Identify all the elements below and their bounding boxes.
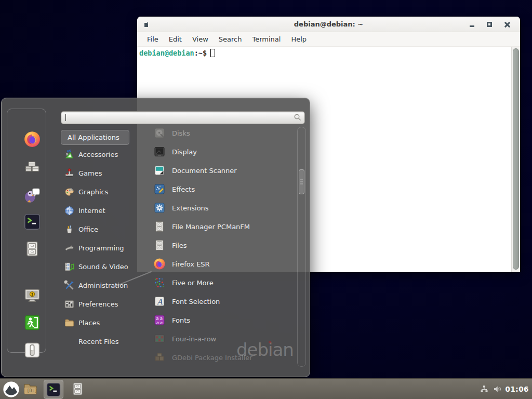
graphics-icon — [64, 187, 75, 197]
files-launcher[interactable] — [70, 381, 86, 397]
programming-icon — [64, 243, 75, 254]
volume-icon[interactable] — [493, 384, 502, 394]
font-selection-icon — [153, 295, 166, 308]
window-menu-icon[interactable] — [144, 22, 149, 27]
terminal-titlebar[interactable]: debian@debian: ~ — [137, 17, 520, 32]
effects-icon — [153, 183, 166, 195]
search-caret — [65, 114, 66, 121]
terminal-scrollbar[interactable] — [511, 47, 520, 272]
administration-icon — [64, 280, 75, 291]
favorite-file-manager[interactable] — [23, 240, 41, 258]
file-cabinet-icon — [70, 381, 85, 396]
category-preferences[interactable]: Preferences — [61, 296, 143, 312]
app-extensions[interactable]: Extensions — [149, 200, 296, 216]
menu-file[interactable]: File — [142, 35, 164, 43]
terminal-scrollbar-thumb[interactable] — [513, 48, 519, 270]
menu-search[interactable]: Search — [214, 35, 247, 43]
category-internet[interactable]: Internet — [61, 203, 143, 218]
extensions-icon — [153, 202, 166, 214]
category-graphics[interactable]: Graphics — [61, 184, 143, 200]
file-manager-launcher[interactable] — [22, 381, 38, 397]
menu-terminal[interactable]: Terminal — [247, 35, 286, 43]
file-cabinet-icon — [153, 239, 166, 251]
places-icon — [64, 317, 75, 328]
desktop: debian@debian: ~ File Edit View Search T… — [0, 0, 532, 399]
favorite-software-manager[interactable] — [23, 158, 41, 176]
display-icon — [153, 145, 166, 158]
prompt-suffix: :~$ — [194, 49, 207, 57]
folder-icon — [22, 381, 38, 397]
menu-button[interactable] — [3, 381, 20, 398]
window-controls — [466, 17, 513, 32]
terminal-icon — [46, 382, 61, 397]
favorite-shutdown[interactable] — [23, 341, 41, 359]
disks-icon — [153, 127, 166, 139]
category-accessories[interactable]: Accessories — [61, 147, 143, 162]
gdebi-icon — [153, 351, 166, 364]
app-font-selection[interactable]: Font Selection — [149, 293, 296, 310]
four-in-a-row-icon — [153, 332, 166, 345]
debian-watermark: debian — [236, 339, 294, 360]
app-fonts[interactable]: Fonts — [149, 312, 296, 328]
fonts-icon — [153, 314, 166, 326]
close-button[interactable] — [501, 19, 513, 30]
app-disks[interactable]: Disks — [149, 125, 296, 141]
file-manager-icon — [23, 240, 41, 258]
network-icon[interactable] — [480, 384, 489, 394]
category-recent-files[interactable]: Recent Files — [61, 334, 143, 349]
category-sound-video[interactable]: Sound & Video — [61, 259, 143, 274]
software-manager-icon — [23, 158, 41, 176]
menu-scrollbar[interactable] — [297, 127, 306, 367]
menu-view[interactable]: View — [187, 35, 214, 43]
terminal-menubar: File Edit View Search Terminal Help — [137, 32, 520, 47]
clock[interactable]: 01:06 — [506, 385, 529, 393]
document-scanner-icon — [153, 164, 166, 177]
preferences-icon — [64, 299, 75, 310]
app-file-manager-pcmanfm[interactable]: File Manager PCManFM — [149, 218, 296, 235]
file-cabinet-icon — [153, 220, 166, 233]
sound-video-icon — [64, 261, 75, 272]
window-title: debian@debian: ~ — [137, 20, 520, 28]
favorite-logout[interactable] — [23, 314, 41, 331]
internet-icon — [64, 205, 75, 216]
menu-help[interactable]: Help — [286, 35, 312, 43]
favorites-panel — [7, 109, 46, 353]
category-places[interactable]: Places — [61, 315, 143, 330]
shutdown-icon — [23, 341, 41, 359]
category-office[interactable]: Office — [61, 221, 143, 237]
favorite-pidgin[interactable] — [23, 186, 41, 204]
firefox-icon — [23, 130, 41, 148]
menu-scrollbar-thumb[interactable] — [299, 169, 304, 194]
application-menu: All Applications Accessories Games Graph… — [1, 98, 310, 377]
category-programming[interactable]: Programming — [61, 240, 143, 256]
menu-logo-icon — [3, 381, 20, 398]
watermark-red-dot — [269, 341, 271, 343]
office-icon — [64, 224, 75, 235]
app-files[interactable]: Files — [149, 237, 296, 254]
all-applications-button[interactable]: All Applications — [61, 130, 129, 145]
firefox-icon — [153, 258, 166, 270]
app-firefox-esr[interactable]: Firefox ESR — [149, 256, 296, 272]
terminal-icon — [23, 213, 41, 231]
app-document-scanner[interactable]: Document Scanner — [149, 162, 296, 179]
favorite-lock-screen[interactable] — [23, 287, 41, 304]
pidgin-icon — [23, 186, 41, 204]
app-effects[interactable]: Effects — [149, 181, 296, 197]
search-icon — [294, 113, 302, 122]
terminal-launcher[interactable] — [44, 380, 63, 399]
system-tray: 01:06 — [480, 379, 529, 399]
five-or-more-icon — [153, 276, 166, 289]
prompt-line: debian@debian:~$ — [139, 48, 215, 58]
accessories-icon — [64, 149, 75, 160]
app-five-or-more[interactable]: Five or More — [149, 274, 296, 291]
app-display[interactable]: Display — [149, 143, 296, 160]
favorite-firefox[interactable] — [23, 130, 41, 148]
maximize-button[interactable] — [484, 19, 495, 30]
menu-edit[interactable]: Edit — [164, 35, 187, 43]
minimize-button[interactable] — [466, 19, 477, 30]
screensaver-icon — [23, 287, 41, 304]
favorite-terminal[interactable] — [23, 213, 41, 231]
search-input[interactable] — [61, 111, 305, 124]
games-icon — [64, 168, 75, 179]
category-games[interactable]: Games — [61, 165, 143, 181]
